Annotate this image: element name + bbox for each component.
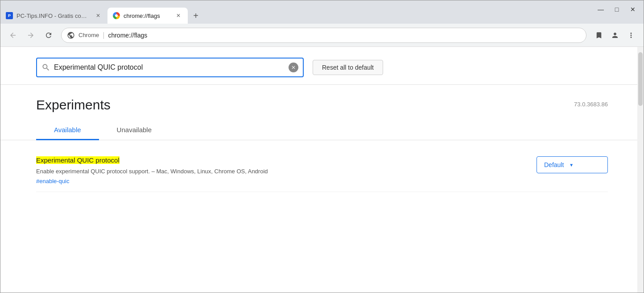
experiments-header: Experiments 73.0.3683.86 bbox=[0, 85, 644, 113]
search-icon bbox=[41, 63, 50, 72]
site-label: Chrome bbox=[78, 32, 99, 38]
profile-button[interactable] bbox=[608, 28, 622, 42]
flag-dropdown-value: Default bbox=[544, 161, 564, 168]
minimize-button[interactable]: — bbox=[597, 6, 604, 13]
site-security-icon bbox=[67, 31, 75, 39]
search-area: Reset all to default bbox=[0, 47, 644, 85]
scrollbar-thumb[interactable] bbox=[638, 52, 643, 106]
browser-window: P PC-Tips.INFO - Gratis computer t ✕ chr… bbox=[0, 0, 644, 293]
flag-info: Experimental QUIC protocol Enable experi… bbox=[36, 156, 537, 184]
flags-list: Experimental QUIC protocol Enable experi… bbox=[0, 140, 644, 293]
flag-description: Enable experimental QUIC protocol suppor… bbox=[36, 167, 519, 176]
tab-available[interactable]: Available bbox=[36, 121, 99, 140]
tab-pc-tips[interactable]: P PC-Tips.INFO - Gratis computer t ✕ bbox=[0, 8, 107, 24]
dropdown-arrow-icon: ▼ bbox=[569, 163, 574, 167]
search-clear-button[interactable] bbox=[289, 63, 298, 72]
main-content: Reset all to default Experiments 73.0.36… bbox=[0, 47, 644, 293]
reset-all-button[interactable]: Reset all to default bbox=[313, 60, 383, 75]
flag-anchor[interactable]: #enable-quic bbox=[36, 178, 519, 184]
close-button[interactable]: ✕ bbox=[629, 6, 636, 13]
pc-tips-favicon: P bbox=[6, 12, 13, 19]
tab-chrome-flags-close[interactable]: ✕ bbox=[174, 12, 182, 20]
content-tabs: Available Unavailable bbox=[0, 121, 644, 140]
bookmark-button[interactable] bbox=[592, 28, 606, 42]
tab-pc-tips-title: PC-Tips.INFO - Gratis computer t bbox=[17, 13, 91, 19]
tab-pc-tips-close[interactable]: ✕ bbox=[94, 12, 102, 20]
back-button[interactable] bbox=[6, 28, 20, 42]
maximize-button[interactable]: □ bbox=[613, 6, 620, 13]
flag-name: Experimental QUIC protocol bbox=[36, 156, 120, 164]
navbar: Chrome | bbox=[0, 24, 644, 47]
menu-button[interactable] bbox=[624, 28, 638, 42]
version-text: 73.0.3683.86 bbox=[574, 101, 608, 108]
nav-actions bbox=[592, 28, 638, 42]
new-tab-button[interactable]: + bbox=[190, 9, 202, 22]
tab-chrome-flags-title: chrome://flags bbox=[124, 13, 171, 19]
reload-button[interactable] bbox=[41, 28, 56, 42]
page-title: Experiments bbox=[36, 97, 111, 113]
search-box bbox=[36, 58, 304, 77]
flag-item: Experimental QUIC protocol Enable experi… bbox=[36, 153, 608, 192]
tab-chrome-flags[interactable]: chrome://flags ✕ bbox=[107, 8, 188, 24]
tabs-row: P PC-Tips.INFO - Gratis computer t ✕ chr… bbox=[0, 8, 644, 24]
scrollbar[interactable] bbox=[637, 47, 644, 293]
url-input[interactable] bbox=[108, 32, 581, 39]
flag-dropdown[interactable]: Default ▼ bbox=[537, 156, 608, 173]
window-controls: — □ ✕ bbox=[597, 6, 636, 13]
address-separator: | bbox=[103, 31, 104, 39]
chrome-favicon bbox=[113, 12, 120, 19]
search-input[interactable] bbox=[54, 63, 285, 71]
titlebar: P PC-Tips.INFO - Gratis computer t ✕ chr… bbox=[0, 0, 644, 24]
forward-button[interactable] bbox=[24, 28, 38, 42]
tab-unavailable[interactable]: Unavailable bbox=[99, 121, 169, 140]
address-bar[interactable]: Chrome | bbox=[61, 28, 586, 43]
